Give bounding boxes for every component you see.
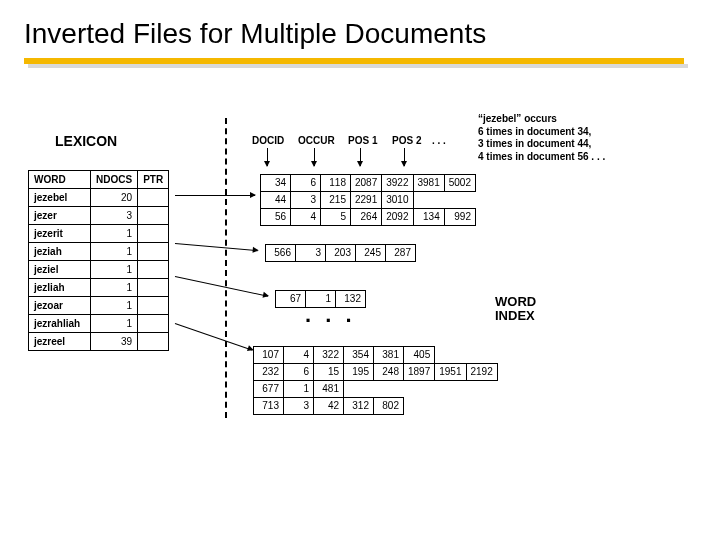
posting-row: 6771481 [254,381,498,398]
posting-row: 1074322354381405 [254,347,498,364]
posting-row: 232615195248189719512192 [254,364,498,381]
cell: 3922 [382,175,413,192]
lex-ptr [138,297,169,315]
header-docid: DOCID [252,135,284,146]
header-arrow-pos2 [404,148,405,166]
cell: 1897 [404,364,435,381]
lex-row: jezerit1 [29,225,169,243]
lex-col-ndocs: NDOCS [91,171,138,189]
cell: 245 [356,245,386,262]
cell: 322 [314,347,344,364]
lex-row: jezoar1 [29,297,169,315]
lex-ptr [138,207,169,225]
cell: 566 [266,245,296,262]
cell: 2192 [466,364,497,381]
cell: 3 [296,245,326,262]
posting-jezreel: 1074322354381405 23261519524818971951219… [253,346,498,415]
cell: 134 [413,209,444,226]
cell: 5 [321,209,351,226]
lex-word: jezebel [29,189,91,207]
cell: 118 [321,175,351,192]
title-underline [24,58,684,64]
header-arrow-pos1 [360,148,361,166]
posting-row: 44321522913010 [261,192,476,209]
lex-row: jeziah1 [29,243,169,261]
cell: 2291 [351,192,382,209]
lex-word: jezerit [29,225,91,243]
lex-ptr [138,189,169,207]
posting-jezebel: 3461182087392239815002 44321522913010 56… [260,174,476,226]
lex-ndocs: 1 [91,297,138,315]
header-pos2: POS 2 [392,135,421,146]
lex-col-ptr: PTR [138,171,169,189]
cell: 264 [351,209,382,226]
header-arrow-occur [314,148,315,166]
cell: 2087 [351,175,382,192]
cell: 6 [284,364,314,381]
slide-title: Inverted Files for Multiple Documents [0,0,720,50]
posting-row: 671132 [276,291,366,308]
lex-row: jezreel39 [29,333,169,351]
lex-ptr [138,333,169,351]
cell: 481 [314,381,344,398]
cell: 67 [276,291,306,308]
lex-word: jezrahliah [29,315,91,333]
posting-row: 3461182087392239815002 [261,175,476,192]
annotation-note: “jezebel” occurs 6 times in document 34,… [478,113,605,163]
cell: 248 [374,364,404,381]
lex-ndocs: 1 [91,243,138,261]
cell: 232 [254,364,284,381]
lex-ndocs: 20 [91,189,138,207]
wordindex-l2: INDEX [495,309,536,323]
cell: 802 [374,398,404,415]
lex-ptr [138,225,169,243]
header-occur: OCCUR [298,135,335,146]
cell: 3 [284,398,314,415]
cell: 3010 [382,192,413,209]
cell: 992 [444,209,475,226]
cell: 381 [374,347,404,364]
lex-row: jezer3 [29,207,169,225]
title-underline-shadow [28,64,688,68]
cell: 312 [344,398,374,415]
cell: 195 [344,364,374,381]
arrow-jeziah [175,243,258,251]
lex-word: jezer [29,207,91,225]
cell: 203 [326,245,356,262]
lex-ndocs: 39 [91,333,138,351]
lex-ndocs: 1 [91,261,138,279]
lex-row: jeziel1 [29,261,169,279]
lex-ptr [138,261,169,279]
cell: 3 [291,192,321,209]
note-line: “jezebel” occurs [478,113,605,126]
cell: 5002 [444,175,475,192]
cell: 1951 [435,364,466,381]
posting-jeziah: 5663203245287 [265,244,416,262]
cell: 56 [261,209,291,226]
cell: 677 [254,381,284,398]
cell: 713 [254,398,284,415]
cell: 405 [404,347,435,364]
note-line: 3 times in document 44, [478,138,605,151]
wordindex-l1: WORD [495,295,536,309]
lex-ndocs: 1 [91,315,138,333]
cell: 4 [284,347,314,364]
lexicon-label: LEXICON [55,133,117,149]
cell: 1 [284,381,314,398]
cell: 34 [261,175,291,192]
posting-row: 5663203245287 [266,245,416,262]
note-line: 4 times in document 56 . . . [478,151,605,164]
lex-ndocs: 1 [91,279,138,297]
lex-row: jezebel20 [29,189,169,207]
lex-col-word: WORD [29,171,91,189]
posting-jezliah: 671132 [275,290,366,308]
arrow-jezreel [175,323,253,351]
cell: 287 [386,245,416,262]
lex-word: jeziel [29,261,91,279]
lexicon-table: WORD NDOCS PTR jezebel20 jezer3 jezerit1… [28,170,169,351]
lex-row: jezrahliah1 [29,315,169,333]
cell: 1 [306,291,336,308]
arrow-jezebel [175,195,255,196]
lex-word: jeziah [29,243,91,261]
header-pos1: POS 1 [348,135,377,146]
